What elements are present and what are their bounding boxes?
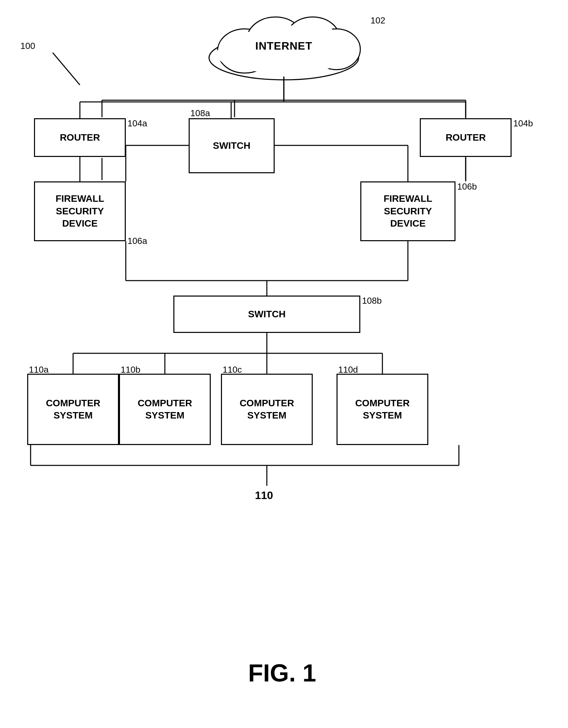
- switch-b-box: SWITCH: [173, 296, 360, 333]
- ref-110c-label: 110c: [223, 365, 242, 375]
- ref-110d-label: 110d: [338, 365, 358, 375]
- svg-line-33: [53, 53, 80, 85]
- ref-106a-label: 106a: [127, 236, 147, 246]
- diagram: 100 INTERNET 102 ROUTER 104a ROUTER 104b…: [0, 0, 568, 728]
- ref-110a-label: 110a: [29, 365, 49, 375]
- computer-a-box: COMPUTERSYSTEM: [27, 374, 119, 445]
- ref-110b-label: 110b: [121, 365, 140, 375]
- ref-108b-label: 108b: [362, 296, 382, 306]
- computer-b-label: COMPUTERSYSTEM: [138, 397, 192, 422]
- computer-a-label: COMPUTERSYSTEM: [46, 397, 100, 422]
- ref-104b-label: 104b: [513, 118, 533, 129]
- computer-d-box: COMPUTERSYSTEM: [337, 374, 428, 445]
- ref-100-label: 100: [20, 41, 35, 51]
- ref-108a-label: 108a: [190, 108, 210, 119]
- router-b-box: ROUTER: [420, 118, 512, 157]
- computer-c-box: COMPUTERSYSTEM: [221, 374, 313, 445]
- router-a-box: ROUTER: [34, 118, 126, 157]
- ref-104a-label: 104a: [127, 118, 147, 129]
- firewall-a-label: FIREWALLSECURITYDEVICE: [55, 193, 104, 230]
- computer-d-label: COMPUTERSYSTEM: [355, 397, 410, 422]
- switch-a-box: SWITCH: [189, 118, 275, 173]
- firewall-a-box: FIREWALLSECURITYDEVICE: [34, 181, 126, 241]
- all-lines: [0, 0, 568, 728]
- ref-106b-label: 106b: [457, 181, 477, 192]
- firewall-b-label: FIREWALLSECURITYDEVICE: [383, 193, 432, 230]
- ref-102-label: 102: [371, 15, 385, 26]
- computer-b-box: COMPUTERSYSTEM: [119, 374, 211, 445]
- computer-c-label: COMPUTERSYSTEM: [240, 397, 294, 422]
- firewall-b-box: FIREWALLSECURITYDEVICE: [360, 181, 455, 241]
